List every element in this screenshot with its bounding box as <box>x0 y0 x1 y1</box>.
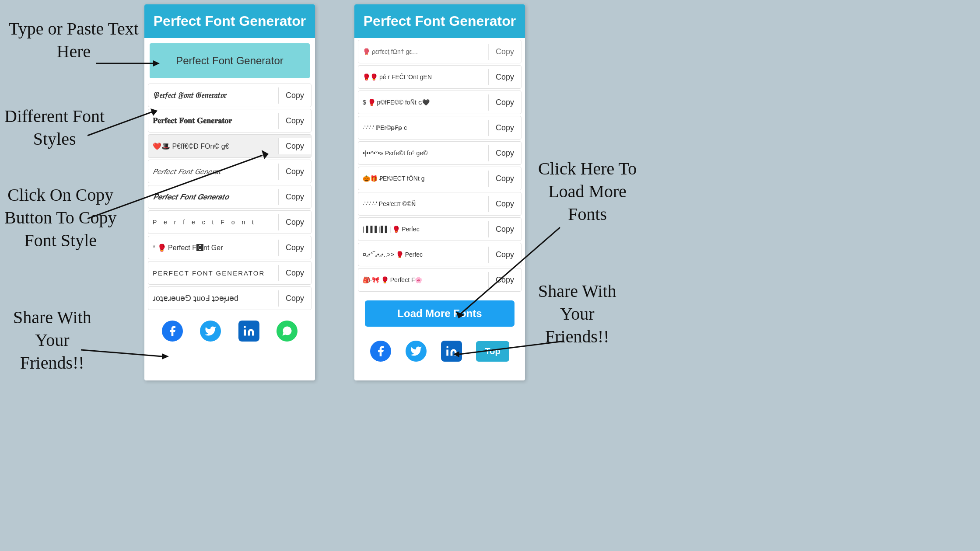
right-copy-6[interactable]: Copy <box>488 196 521 212</box>
load-more-button[interactable]: Load More Fonts <box>365 300 514 327</box>
annotation-share-right: Share WithYourFriends!! <box>538 280 616 348</box>
font-text-2: 𝐏𝐞𝐫𝐟𝐞𝐜𝐭 𝐅𝐨𝐧𝐭 𝐆𝐞𝐧𝐞𝐫𝐚𝐭𝐨𝐫 <box>148 114 278 128</box>
copy-button-7[interactable]: Copy <box>278 240 311 256</box>
copy-button-8[interactable]: Copy <box>278 265 311 281</box>
right-font-row-4: •|••°•°•» Pεrfe©t fo⁵ ge© Copy <box>358 141 522 165</box>
annotation-type-paste: Type or Paste TextHere <box>9 17 139 63</box>
linkedin-share-right[interactable] <box>441 341 462 362</box>
right-font-text-6: ·'·'·'·'·' Pея'е□т ©©N̈ <box>358 198 488 210</box>
copy-button-1[interactable]: Copy <box>278 87 311 104</box>
right-font-text-7: | ▌▌▌|▌▌| 🥊 Perfec <box>358 223 488 235</box>
right-font-text-top: 🥊 ρεrfεcţ fΩn† gε… <box>358 45 488 58</box>
right-font-text-9: 🎒·🎀 🥊 Perfect F🌸 <box>358 274 488 286</box>
right-font-text-3: ·'·'·'·' ℙEr©ᵽ₣ᵽ c <box>358 122 488 134</box>
right-font-text-2: $ 🥊 p©fFE©© foÑt ɢ🖤 <box>358 96 488 108</box>
font-text-1: 𝔓𝔢𝔯𝔣𝔢𝔠𝔱 𝔉𝔬𝔫𝔱 𝔊𝔢𝔫𝔢𝔯𝔞𝔱𝔬𝔯 <box>148 88 278 103</box>
font-row-6: P e r f e c t F o n t Copy <box>148 210 312 234</box>
right-font-row-7: | ▌▌▌|▌▌| 🥊 Perfec Copy <box>358 217 522 241</box>
right-copy-9[interactable]: Copy <box>488 272 521 288</box>
font-row-5: 𝙋𝙚𝙧𝙛𝙚𝙘𝙩 𝙁𝙤𝙣𝙩 𝙂𝙚𝙣𝙚𝙧𝙖𝙩𝙤 Copy <box>148 185 312 209</box>
svg-point-1 <box>446 346 448 348</box>
copy-button-2[interactable]: Copy <box>278 113 311 129</box>
copy-button-3[interactable]: Copy <box>278 138 311 154</box>
right-copy-3[interactable]: Copy <box>488 120 521 136</box>
right-font-row-6: ·'·'·'·'·' Pея'е□т ©©N̈ Copy <box>358 192 522 216</box>
font-text-4: 𝘗𝘦𝘳𝘧𝘦𝘤𝘵 𝘍𝘰𝘯𝘵 𝘎𝘦𝘯𝘦𝘳𝘢𝘵 <box>148 164 278 179</box>
right-copy-2[interactable]: Copy <box>488 94 521 111</box>
right-font-row-1: 🥊🥊 pé r FEĈt 'Ont gEN Copy <box>358 65 522 89</box>
font-text-6: P e r f e c t F o n t <box>148 216 278 228</box>
twitter-share-right[interactable] <box>406 341 427 362</box>
font-text-7: * 🥊 Perfect F🅾nt Ger <box>148 241 278 255</box>
right-panel-header: Perfect Font Generator <box>354 4 525 38</box>
linkedin-share-left[interactable] <box>238 321 259 342</box>
right-font-text-8: ¤ₐ•°‾ₐ•ₐ•..>> 🥊 Perfec <box>358 248 488 261</box>
left-social-bar <box>144 314 315 349</box>
left-panel-header: Perfect Font Generator <box>144 4 315 38</box>
font-text-3: ❤️🎩 P€ff€©D FOn© g€ <box>148 139 278 153</box>
copy-button-6[interactable]: Copy <box>278 214 311 230</box>
right-bottom-bar: Top <box>354 335 525 367</box>
font-row-3: ❤️🎩 P€ff€©D FOn© g€ Copy <box>148 134 312 158</box>
right-font-text-4: •|••°•°•» Pεrfe©t fo⁵ ge© <box>358 147 488 159</box>
font-text-9: ɹoʇɐɹǝuǝ⅁ ʇuoℲ ʇɔǝɟɹǝd <box>148 291 278 306</box>
right-copy-5[interactable]: Copy <box>488 171 521 187</box>
left-phone-panel: Perfect Font Generator Perfect Font Gene… <box>144 4 315 380</box>
font-row-9: ɹoʇɐɹǝuǝ⅁ ʇuoℲ ʇɔǝɟɹǝd Copy <box>148 286 312 310</box>
copy-button-4[interactable]: Copy <box>278 164 311 180</box>
font-row-4: 𝘗𝘦𝘳𝘧𝘦𝘤𝘵 𝘍𝘰𝘯𝘵 𝘎𝘦𝘯𝘦𝘳𝘢𝘵 Copy <box>148 160 312 183</box>
right-copy-4[interactable]: Copy <box>488 145 521 161</box>
right-copy-1[interactable]: Copy <box>488 69 521 85</box>
right-copy-7[interactable]: Copy <box>488 221 521 237</box>
facebook-share-right[interactable] <box>370 341 391 362</box>
copy-button-9[interactable]: Copy <box>278 290 311 307</box>
copy-button-5[interactable]: Copy <box>278 189 311 205</box>
right-font-text-1: 🥊🥊 pé r FEĈt 'Ont gEN <box>358 71 488 83</box>
right-copy-8[interactable]: Copy <box>488 247 521 263</box>
facebook-share-left[interactable] <box>162 321 183 342</box>
annotation-load-more: Click Here ToLoad MoreFonts <box>538 157 637 226</box>
twitter-share-left[interactable] <box>200 321 221 342</box>
top-button[interactable]: Top <box>476 341 509 362</box>
right-phone-panel: Perfect Font Generator 🥊 ρεrfεcţ fΩn† gε… <box>354 4 525 380</box>
font-row-2: 𝐏𝐞𝐫𝐟𝐞𝐜𝐭 𝐅𝐨𝐧𝐭 𝐆𝐞𝐧𝐞𝐫𝐚𝐭𝐨𝐫 Copy <box>148 109 312 133</box>
font-text-5: 𝙋𝙚𝙧𝙛𝙚𝙘𝙩 𝙁𝙤𝙣𝙩 𝙂𝙚𝙣𝙚𝙧𝙖𝙩𝙤 <box>148 190 278 204</box>
annotation-click-copy: Click On CopyButton To CopyFont Style <box>4 184 117 252</box>
svg-point-0 <box>244 326 246 328</box>
text-input[interactable]: Perfect Font Generator <box>150 43 310 78</box>
font-row-1: 𝔓𝔢𝔯𝔣𝔢𝔠𝔱 𝔉𝔬𝔫𝔱 𝔊𝔢𝔫𝔢𝔯𝔞𝔱𝔬𝔯 Copy <box>148 84 312 107</box>
annotation-diff-fonts: Different FontStyles <box>4 105 105 150</box>
whatsapp-share-left[interactable] <box>276 321 298 342</box>
right-font-row-5: 🎃🎁 ꝐEf©ECT fÔNt g Copy <box>358 167 522 190</box>
right-copy-top[interactable]: Copy <box>488 44 521 60</box>
right-font-row-2: $ 🥊 p©fFE©© foÑt ɢ🖤 Copy <box>358 91 522 114</box>
font-row-8: PERFECT FONT GENERATOR Copy <box>148 261 312 285</box>
font-text-8: PERFECT FONT GENERATOR <box>148 267 278 279</box>
font-row-7: * 🥊 Perfect F🅾nt Ger Copy <box>148 236 312 259</box>
right-font-row-3: ·'·'·'·' ℙEr©ᵽ₣ᵽ c Copy <box>358 116 522 139</box>
right-font-text-5: 🎃🎁 ꝐEf©ECT fÔNt g <box>358 172 488 185</box>
right-font-row-8: ¤ₐ•°‾ₐ•ₐ•..>> 🥊 Perfec Copy <box>358 243 522 266</box>
right-font-row-9: 🎒·🎀 🥊 Perfect F🌸 Copy <box>358 268 522 292</box>
right-font-row-top: 🥊 ρεrfεcţ fΩn† gε… Copy <box>358 40 522 63</box>
annotation-share-left: Share WithYourFriends!! <box>13 306 91 374</box>
